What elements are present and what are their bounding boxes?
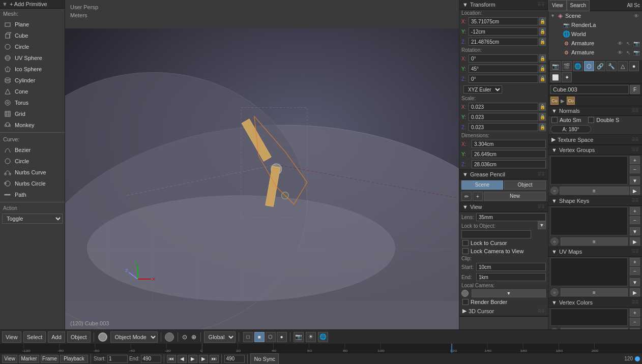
prop-render-icon[interactable]: 📷 — [550, 61, 561, 71]
armature-1-item[interactable]: ⚙ Armature 👁 ↖ 📷 — [555, 39, 642, 48]
add-primitive-header[interactable]: ▼ + Add Primitive — [0, 0, 65, 9]
grease-pencil-draw-icon[interactable]: ✏ — [461, 192, 472, 201]
frame-btn[interactable]: Frame — [41, 355, 59, 363]
prop-constraints-icon[interactable]: 🔗 — [595, 61, 605, 71]
nurbs-curve-item[interactable]: Nurbs Curve — [0, 167, 65, 178]
prop-material-icon[interactable]: ● — [629, 61, 639, 71]
grease-pencil-add-icon[interactable]: + — [473, 192, 483, 201]
auto-smooth-checkbox[interactable] — [551, 117, 558, 123]
uv-add-btn[interactable]: + — [630, 258, 640, 266]
render-btn[interactable]: ● — [277, 332, 287, 342]
scale-z-lock-btn[interactable]: 🔒 — [539, 123, 546, 131]
lock-cursor-checkbox[interactable] — [462, 240, 469, 246]
armature-1-vis-cursor-icon[interactable]: ↖ — [625, 40, 632, 47]
armature-2-vis-render-icon[interactable]: 📷 — [633, 49, 640, 56]
next-frame-btn[interactable]: ▶ — [199, 355, 208, 363]
viewport-object-btn[interactable]: Object — [67, 331, 91, 343]
object-mode-select[interactable]: Object Mode — [110, 331, 158, 343]
viewport-select-btn[interactable]: Select — [23, 331, 46, 343]
vg-add-btn[interactable]: + — [630, 156, 640, 164]
nurbs-circle-item[interactable]: Nurbs Circle — [0, 178, 65, 189]
vc-add-btn[interactable]: + — [630, 309, 640, 317]
scene-item[interactable]: ▼ ◈ Scene 👁 — [548, 11, 642, 20]
scale-x-lock-btn[interactable]: 🔒 — [539, 103, 546, 111]
armature-1-vis-eye-icon[interactable]: 👁 — [617, 40, 624, 47]
scale-z-input[interactable] — [469, 123, 538, 131]
prop-data-icon[interactable]: △ — [618, 61, 628, 71]
viewport-add-btn[interactable]: Add — [48, 331, 65, 343]
vg-wide-btn[interactable]: ≡ — [560, 187, 629, 195]
viewport[interactable]: User Persp Meters — [65, 0, 459, 329]
circle-curve-item[interactable]: Circle — [0, 156, 65, 167]
local-camera-expand-btn[interactable]: ▼ — [472, 289, 546, 297]
view-header[interactable]: ▼ View ⠿⠿ — [459, 202, 548, 212]
icosphere-item[interactable]: Ico Sphere — [0, 64, 65, 75]
uv-circle-btn[interactable]: ○ — [550, 288, 559, 296]
skip-start-btn[interactable]: ⏮ — [167, 355, 176, 363]
clip-start-input[interactable] — [476, 263, 546, 271]
scale-x-input[interactable] — [469, 103, 538, 111]
mesh-plane-item[interactable]: Plane — [0, 19, 65, 30]
scene-vis-icon[interactable]: 👁 — [633, 12, 640, 19]
vertex-colors-header[interactable]: ▼ Vertex Colors ⠿⠿ — [548, 298, 642, 308]
world-btn[interactable]: 🌐 — [318, 332, 328, 342]
shape-keys-header[interactable]: ▼ Shape Keys ⠿⠿ — [548, 196, 642, 206]
proportional-edit-btn[interactable]: ⊙ — [181, 333, 188, 341]
wireframe-btn[interactable]: □ — [243, 332, 253, 342]
armature-2-vis-eye-icon[interactable]: 👁 — [617, 49, 624, 56]
render-border-checkbox[interactable] — [462, 299, 469, 305]
prop-scene-icon[interactable]: 🎬 — [562, 61, 572, 71]
sk-circle-btn[interactable]: ○ — [550, 237, 559, 246]
cone-item[interactable]: Cone — [0, 86, 65, 97]
normals-angle-input[interactable] — [550, 125, 591, 133]
playback-btn[interactable]: Playback — [60, 355, 88, 363]
loc-x-input[interactable] — [469, 17, 538, 25]
texture-space-header[interactable]: ▶ Texture Space ⠿⠿ — [548, 135, 642, 145]
cursor-3d-header[interactable]: ▶ 3D Cursor ⠿⠿ — [459, 306, 548, 316]
prop-object-icon[interactable]: ⬡ — [584, 61, 594, 71]
sun-btn[interactable]: ☀ — [306, 332, 316, 342]
uv-right-btn[interactable]: ▶ — [630, 288, 640, 296]
torus-item[interactable]: Torus — [0, 97, 65, 108]
snap-btn[interactable]: ⊕ — [190, 333, 197, 341]
loc-y-input[interactable] — [469, 27, 538, 36]
world-item[interactable]: 🌐 World — [555, 29, 642, 39]
sk-add-btn[interactable]: + — [630, 207, 640, 215]
uv-wide-btn[interactable]: ≡ — [561, 288, 628, 296]
view-tab-btn[interactable]: View — [548, 0, 567, 11]
grease-pencil-new-btn[interactable]: New — [484, 192, 546, 201]
rot-x-input[interactable] — [469, 54, 538, 63]
rot-y-lock-btn[interactable]: 🔒 — [539, 65, 546, 73]
object-name-fav-btn[interactable]: F — [630, 85, 640, 94]
vg-remove-btn[interactable]: − — [630, 165, 640, 173]
rot-x-lock-btn[interactable]: 🔒 — [539, 54, 546, 63]
armature-2-item[interactable]: ⚙ Armature 👁 ↖ 📷 — [555, 48, 642, 57]
vg-circle-btn[interactable]: ○ — [550, 187, 559, 195]
grease-pencil-scene-btn[interactable]: Scene — [461, 180, 503, 190]
bezier-item[interactable]: Bezier — [0, 144, 65, 156]
cu-icon-2[interactable]: Cu — [567, 97, 575, 105]
vg-right-btn[interactable]: ▶ — [630, 187, 640, 195]
loc-z-input[interactable] — [469, 38, 538, 46]
no-sync-btn[interactable]: No Sync — [250, 353, 279, 365]
current-frame-input[interactable] — [224, 355, 245, 363]
vc-remove-btn[interactable]: − — [630, 318, 640, 326]
frame-start-input[interactable] — [107, 355, 128, 363]
dim-x-input[interactable] — [472, 140, 546, 148]
uv-copy-btn[interactable]: ▼ — [630, 278, 640, 286]
object-name-input[interactable] — [550, 85, 629, 94]
solid-btn[interactable]: ■ — [254, 332, 265, 342]
normals-header[interactable]: ▼ Normals ⠿⠿ — [548, 106, 642, 116]
path-item[interactable]: Path — [0, 189, 65, 200]
sk-right-btn[interactable]: ▶ — [630, 237, 640, 246]
cylinder-item[interactable]: Cylinder — [0, 75, 65, 86]
camera-view-btn[interactable]: 📷 — [294, 332, 304, 342]
scale-y-input[interactable] — [469, 113, 538, 121]
loc-y-lock-btn[interactable]: 🔒 — [539, 27, 546, 36]
vertex-groups-header[interactable]: ▼ Vertex Groups ⠿⠿ — [548, 145, 642, 155]
vg-copy-btn[interactable]: ▼ — [630, 176, 640, 185]
viewport-view-btn[interactable]: View — [2, 331, 21, 343]
sk-wide-btn[interactable]: ≡ — [561, 237, 628, 246]
rot-y-input[interactable] — [469, 65, 538, 73]
frame-end-input[interactable] — [141, 355, 161, 363]
